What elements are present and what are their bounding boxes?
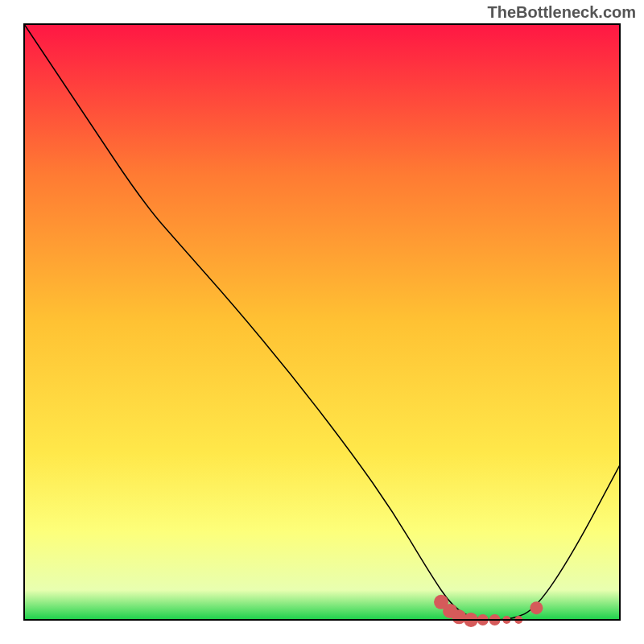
plot-background xyxy=(24,24,620,620)
attribution-label: TheBottleneck.com xyxy=(488,3,636,22)
chart-svg xyxy=(0,0,644,644)
marker-dot xyxy=(530,601,543,614)
chart-container: TheBottleneck.com xyxy=(0,0,644,644)
